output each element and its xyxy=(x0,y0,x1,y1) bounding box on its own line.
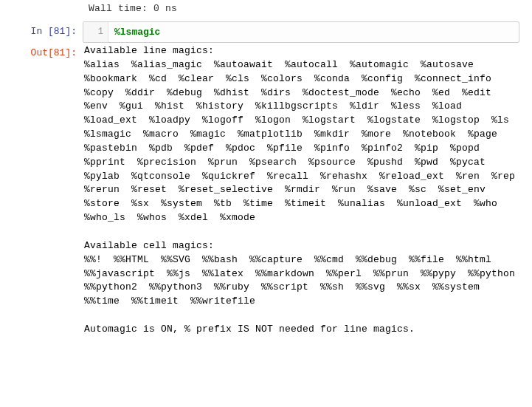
prev-cell-output-fragment: Wall time: 0 ns xyxy=(12,3,519,14)
output-text: Available line magics: %alias %alias_mag… xyxy=(83,43,519,337)
line-number-gutter: 1 xyxy=(83,22,108,42)
output-row: Out[81]: Available line magics: %alias %… xyxy=(12,43,519,337)
code-input-area[interactable]: 1 %lsmagic xyxy=(83,21,519,43)
code-text: %lsmagic xyxy=(114,27,160,38)
code-line[interactable]: %lsmagic xyxy=(108,22,519,42)
code-cell: In [81]: 1 %lsmagic Out[81]: Available l… xyxy=(12,21,519,337)
input-row: In [81]: 1 %lsmagic xyxy=(12,21,519,43)
out-prompt: Out[81]: xyxy=(12,43,83,63)
in-prompt: In [81]: xyxy=(12,21,83,41)
notebook-container: Wall time: 0 ns In [81]: 1 %lsmagic Out[… xyxy=(0,0,531,355)
